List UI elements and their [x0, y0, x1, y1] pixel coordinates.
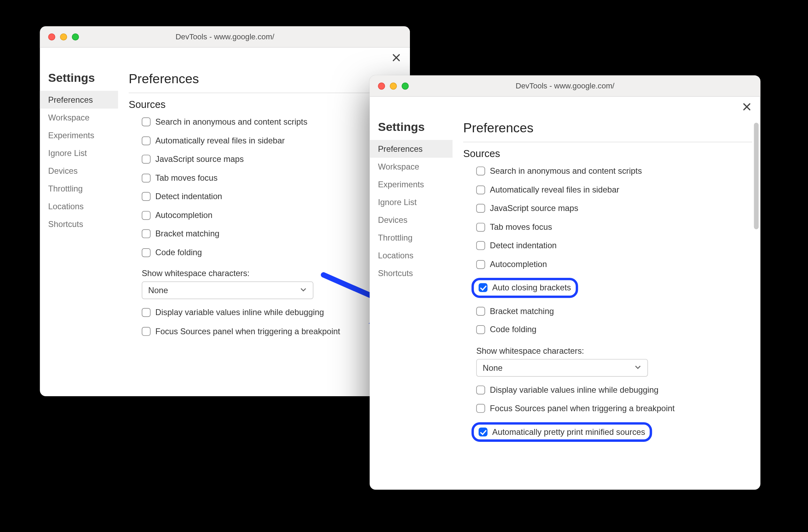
sidebar-item-ignore-list[interactable]: Ignore List [370, 193, 452, 211]
checkbox[interactable] [476, 185, 485, 194]
preference-option[interactable]: Autocompletion [142, 210, 402, 220]
sidebar-item-shortcuts[interactable]: Shortcuts [370, 264, 452, 282]
option-label: Automatically reveal files in sidebar [490, 185, 620, 195]
zoom-window-icon[interactable] [72, 33, 79, 40]
preference-option[interactable]: Display variable values inline while deb… [142, 307, 402, 318]
whitespace-select[interactable]: None [142, 281, 313, 299]
preference-option[interactable]: Bracket matching [476, 306, 752, 316]
sidebar-item-experiments[interactable]: Experiments [40, 126, 118, 144]
divider [129, 93, 402, 93]
sidebar-item-throttling[interactable]: Throttling [40, 180, 118, 197]
preference-option[interactable]: Tab moves focus [476, 222, 752, 232]
preference-option[interactable]: Display variable values inline while deb… [476, 385, 752, 395]
sidebar-item-devices[interactable]: Devices [370, 211, 452, 229]
sidebar-item-locations[interactable]: Locations [370, 247, 452, 264]
checkbox[interactable] [476, 241, 485, 250]
whitespace-select[interactable]: None [476, 359, 648, 376]
preference-option[interactable]: Detect indentation [142, 191, 402, 202]
preference-option[interactable]: Tab moves focus [142, 173, 402, 183]
sidebar-item-preferences[interactable]: Preferences [370, 140, 452, 158]
minimize-window-icon[interactable] [390, 82, 397, 89]
checkbox[interactable] [142, 155, 151, 164]
option-label: Tab moves focus [155, 173, 218, 183]
whitespace-label: Show whitespace characters: [142, 268, 402, 278]
preference-option[interactable]: Detect indentation [476, 241, 752, 251]
option-label: Display variable values inline while deb… [490, 385, 659, 395]
checkbox[interactable] [476, 404, 485, 413]
titlebar[interactable]: DevTools - www.google.com/ [370, 76, 760, 97]
checkbox[interactable] [142, 192, 151, 201]
option-label: Search in anonymous and content scripts [155, 117, 308, 127]
preference-option[interactable]: Search in anonymous and content scripts [476, 166, 752, 177]
option-label: Auto closing brackets [492, 283, 571, 293]
settings-heading: Settings [40, 70, 118, 91]
option-label: Code folding [155, 247, 202, 258]
checkbox[interactable] [476, 204, 485, 213]
preference-option[interactable]: Auto closing brackets [479, 283, 571, 293]
checkbox[interactable] [476, 385, 485, 394]
close-settings-button[interactable] [740, 100, 753, 113]
checkbox[interactable] [476, 222, 485, 232]
sidebar-item-experiments[interactable]: Experiments [370, 175, 452, 193]
option-label: Code folding [490, 324, 537, 335]
sidebar-item-workspace[interactable]: Workspace [370, 158, 452, 175]
checkbox[interactable] [476, 325, 485, 334]
preference-option[interactable]: Search in anonymous and content scripts [142, 117, 402, 127]
checkbox[interactable] [479, 283, 488, 292]
preference-option[interactable]: Code folding [476, 324, 752, 335]
minimize-window-icon[interactable] [60, 33, 67, 40]
sidebar-item-shortcuts[interactable]: Shortcuts [40, 215, 118, 233]
sidebar-item-ignore-list[interactable]: Ignore List [40, 144, 118, 162]
preference-option[interactable]: Focus Sources panel when triggering a br… [142, 326, 402, 337]
checkbox[interactable] [142, 173, 151, 182]
option-label: Bracket matching [155, 229, 219, 239]
checkbox[interactable] [142, 136, 151, 145]
checkbox[interactable] [142, 229, 151, 238]
close-window-icon[interactable] [378, 82, 385, 89]
preference-option[interactable]: JavaScript source maps [142, 154, 402, 165]
titlebar[interactable]: DevTools - www.google.com/ [40, 26, 410, 48]
traffic-lights [370, 82, 409, 89]
sidebar-item-throttling[interactable]: Throttling [370, 229, 452, 247]
preference-option[interactable]: Automatically reveal files in sidebar [476, 185, 752, 195]
checkbox[interactable] [476, 260, 485, 269]
close-settings-button[interactable] [390, 51, 403, 64]
preference-option[interactable]: Bracket matching [142, 229, 402, 239]
select-value: None [148, 285, 168, 295]
panel-title: Preferences [463, 120, 752, 142]
divider [463, 142, 752, 142]
option-label: JavaScript source maps [490, 203, 578, 214]
scrollbar[interactable] [754, 123, 759, 484]
sidebar-item-workspace[interactable]: Workspace [40, 109, 118, 126]
highlight-annotation: Automatically pretty print minified sour… [472, 422, 652, 442]
checkbox[interactable] [142, 327, 151, 336]
sidebar-item-devices[interactable]: Devices [40, 162, 118, 180]
traffic-lights [40, 33, 79, 40]
option-label: Detect indentation [155, 191, 222, 202]
option-label: Search in anonymous and content scripts [490, 166, 642, 177]
sidebar-item-locations[interactable]: Locations [40, 197, 118, 215]
zoom-window-icon[interactable] [402, 82, 409, 89]
close-window-icon[interactable] [48, 33, 55, 40]
preference-option[interactable]: Automatically reveal files in sidebar [142, 135, 402, 146]
option-label: Bracket matching [490, 306, 554, 316]
checkbox[interactable] [142, 248, 151, 257]
preference-option[interactable]: Automatically pretty print minified sour… [479, 427, 645, 437]
preference-option[interactable]: Code folding [142, 247, 402, 258]
preferences-panel: Preferences Sources Search in anonymous … [118, 68, 410, 397]
sidebar-item-preferences[interactable]: Preferences [40, 91, 118, 109]
checkbox[interactable] [476, 306, 485, 315]
checkbox[interactable] [479, 427, 488, 436]
settings-heading: Settings [370, 119, 452, 140]
checkbox[interactable] [142, 308, 151, 317]
preference-option[interactable]: Focus Sources panel when triggering a br… [476, 403, 752, 414]
checkbox[interactable] [142, 117, 151, 126]
settings-sidebar: Settings PreferencesWorkspaceExperiments… [40, 68, 118, 397]
checkbox[interactable] [476, 166, 485, 175]
preferences-panel: Preferences Sources Search in anonymous … [452, 117, 760, 490]
section-heading-sources: Sources [129, 99, 402, 111]
preference-option[interactable]: Autocompletion [476, 259, 752, 269]
scrollbar-thumb[interactable] [754, 123, 759, 229]
checkbox[interactable] [142, 211, 151, 220]
preference-option[interactable]: JavaScript source maps [476, 203, 752, 214]
